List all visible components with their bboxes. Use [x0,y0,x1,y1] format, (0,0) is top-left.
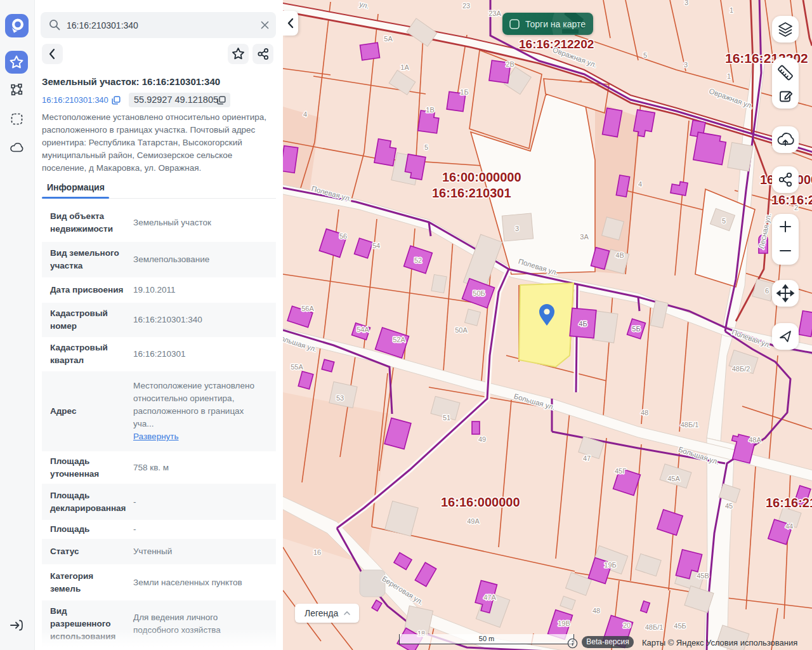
svg-text:16:00:000000: 16:00:000000 [442,170,521,184]
svg-text:1А: 1А [400,63,409,71]
svg-text:45Б: 45Б [674,622,686,630]
svg-text:23: 23 [462,2,470,10]
svg-text:1: 1 [730,6,733,14]
svg-text:49: 49 [478,435,486,443]
svg-text:49А: 49А [467,517,480,525]
svg-text:19В: 19В [558,620,570,627]
svg-text:16: 16 [313,548,321,556]
svg-text:5: 5 [643,51,647,59]
svg-text:54А: 54А [357,326,369,333]
svg-text:5: 5 [722,217,726,225]
svg-text:4: 4 [303,110,307,118]
svg-text:54: 54 [372,242,380,249]
svg-text:48А: 48А [749,436,761,444]
svg-text:1Б: 1Б [460,88,468,96]
svg-text:47А: 47А [483,594,496,601]
svg-text:50Б: 50Б [473,289,485,297]
svg-text:56А: 56А [301,305,314,312]
svg-text:16:16:210301: 16:16:210301 [766,496,812,510]
svg-text:2В: 2В [506,60,514,68]
svg-text:4В: 4В [615,251,624,259]
svg-text:47: 47 [583,454,591,462]
svg-text:1: 1 [727,72,731,80]
svg-text:3А: 3А [580,233,589,241]
svg-text:45В: 45В [697,572,709,580]
svg-text:45Г: 45Г [615,467,626,475]
svg-text:3: 3 [684,61,688,69]
svg-text:45А: 45А [667,475,680,482]
svg-text:20: 20 [623,621,631,629]
svg-text:23А: 23А [488,10,501,17]
svg-text:52А: 52А [393,336,405,343]
svg-text:50А: 50А [455,326,468,334]
svg-text:5Б: 5Б [632,325,640,333]
svg-text:6: 6 [765,287,769,295]
svg-text:4: 4 [638,180,642,188]
svg-text:1В: 1В [426,106,434,114]
svg-text:19Б: 19Б [604,561,616,569]
svg-text:48: 48 [641,409,648,416]
svg-text:44: 44 [785,522,793,530]
svg-text:3: 3 [684,0,688,6]
svg-text:55А: 55А [291,363,303,371]
svg-text:51: 51 [443,414,450,421]
svg-text:45: 45 [725,502,733,510]
svg-text:2: 2 [794,204,798,211]
svg-text:48Б/1: 48Б/1 [681,421,699,428]
svg-text:16:16:210301: 16:16:210301 [432,186,511,200]
svg-text:5А: 5А [384,35,393,43]
svg-text:53: 53 [336,394,344,402]
svg-text:56: 56 [339,232,347,240]
svg-text:5: 5 [424,143,428,151]
svg-text:16:16:212101: 16:16:212101 [771,193,812,207]
svg-text:48Б/2: 48Б/2 [732,365,750,373]
svg-text:16:16:000000: 16:16:000000 [441,495,520,509]
svg-text:48: 48 [593,607,600,614]
svg-text:52: 52 [414,256,422,264]
svg-text:4Б: 4Б [579,320,587,328]
svg-text:3: 3 [515,225,519,232]
svg-text:48Б/1: 48Б/1 [645,623,664,631]
